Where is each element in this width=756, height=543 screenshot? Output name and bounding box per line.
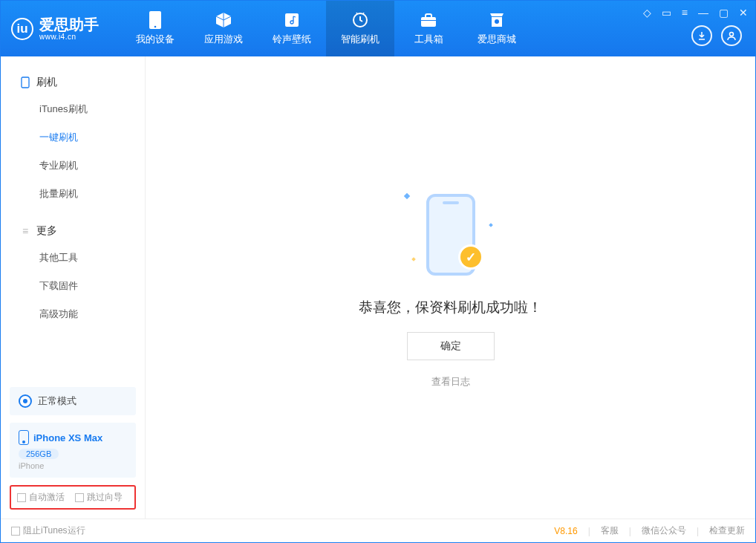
mode-indicator: 正常模式 [10, 387, 136, 415]
nav-my-device[interactable]: 我的设备 [121, 1, 189, 56]
nav-smart-flash[interactable]: 智能刷机 [326, 1, 394, 56]
sidebar-item-itunes-flash[interactable]: iTunes刷机 [1, 95, 145, 123]
theme-icon[interactable]: ◇ [643, 7, 651, 19]
success-message: 恭喜您，保资料刷机成功啦！ [359, 298, 542, 317]
app-subtitle: www.i4.cn [39, 33, 99, 41]
maximize-button[interactable]: ▢ [719, 7, 729, 19]
phone-icon [146, 11, 164, 29]
device-icon [19, 430, 29, 445]
auto-activate-checkbox[interactable]: 自动激活 [17, 491, 65, 504]
mode-icon [19, 394, 32, 408]
list-icon: ≡ [20, 226, 30, 236]
menu-icon[interactable]: ▭ [662, 7, 671, 19]
block-itunes-checkbox[interactable]: 阻止iTunes运行 [11, 524, 85, 537]
sidebar-item-download-fw[interactable]: 下载固件 [1, 272, 145, 300]
device-type: iPhone [19, 461, 127, 470]
checkmark-icon: ✓ [458, 244, 483, 270]
device-storage: 256GB [19, 449, 59, 459]
app-logo: iu 爱思助手 www.i4.cn [1, 16, 99, 41]
svg-point-6 [495, 19, 499, 24]
nav-ringtones[interactable]: 铃声壁纸 [258, 1, 326, 56]
nav-store[interactable]: 爱思商城 [463, 1, 531, 56]
sidebar-item-batch-flash[interactable]: 批量刷机 [1, 180, 145, 208]
svg-point-7 [730, 33, 734, 36]
svg-point-1 [154, 26, 157, 28]
device-panel[interactable]: iPhone XS Max 256GB iPhone [10, 423, 136, 478]
phone-small-icon [20, 77, 30, 88]
check-update-link[interactable]: 检查更新 [709, 524, 745, 537]
version-label: V8.16 [554, 526, 577, 536]
view-log-link[interactable]: 查看日志 [431, 375, 470, 388]
store-icon [488, 11, 506, 29]
ok-button[interactable]: 确定 [407, 332, 495, 360]
svg-rect-2 [285, 13, 299, 27]
nav-apps-games[interactable]: 应用游戏 [189, 1, 258, 56]
main-nav: 我的设备 应用游戏 铃声壁纸 智能刷机 工具箱 爱思商城 [121, 1, 531, 56]
sidebar-item-advanced[interactable]: 高级功能 [1, 300, 145, 328]
wechat-link[interactable]: 微信公众号 [642, 524, 686, 537]
success-illustration: ✓ [391, 186, 510, 283]
app-header: iu 爱思助手 www.i4.cn 我的设备 应用游戏 铃声壁纸 智能刷机 工具… [1, 1, 755, 56]
device-name: iPhone XS Max [33, 432, 102, 443]
sidebar-item-other-tools[interactable]: 其他工具 [1, 244, 145, 272]
sidebar-item-onekey-flash[interactable]: 一键刷机 [1, 123, 145, 152]
status-bar: 阻止iTunes运行 V8.16 | 客服 | 微信公众号 | 检查更新 [1, 518, 755, 542]
settings-icon[interactable]: ≡ [682, 7, 688, 19]
toolbox-icon [420, 11, 437, 29]
svg-rect-8 [22, 77, 29, 88]
skip-guide-checkbox[interactable]: 跳过向导 [75, 491, 123, 504]
app-title: 爱思助手 [39, 16, 99, 33]
music-note-icon [283, 11, 301, 29]
flash-options: 自动激活 跳过向导 [10, 485, 136, 510]
cube-icon [215, 11, 232, 29]
sidebar-section-more: ≡ 更多 [1, 218, 145, 244]
support-link[interactable]: 客服 [601, 524, 619, 537]
nav-toolbox[interactable]: 工具箱 [394, 1, 463, 56]
window-controls: ◇ ▭ ≡ — ▢ ✕ [643, 7, 748, 19]
sidebar-item-pro-flash[interactable]: 专业刷机 [1, 152, 145, 180]
sidebar-section-flash: 刷机 [1, 70, 145, 95]
minimize-button[interactable]: — [698, 7, 708, 19]
gear-refresh-icon [351, 11, 369, 29]
close-button[interactable]: ✕ [739, 7, 748, 19]
download-icon[interactable] [691, 25, 712, 46]
svg-rect-5 [421, 20, 436, 21]
sidebar: 刷机 iTunes刷机 一键刷机 专业刷机 批量刷机 ≡ 更多 其他工具 下载固… [1, 56, 146, 518]
svg-rect-4 [421, 17, 436, 27]
main-content: ✓ 恭喜您，保资料刷机成功啦！ 确定 查看日志 [146, 56, 755, 518]
user-icon[interactable] [721, 25, 742, 46]
logo-icon: iu [11, 18, 33, 40]
